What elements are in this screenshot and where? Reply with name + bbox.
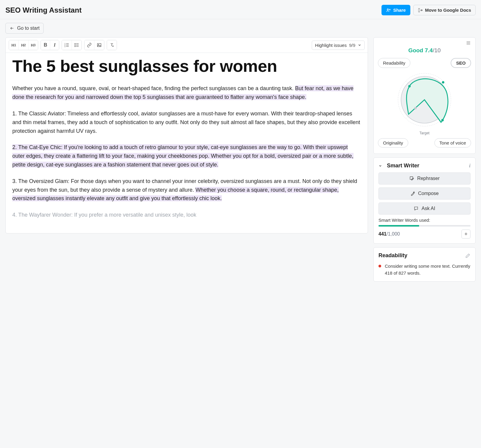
smart-writer-panel: Smart Writer i Rephraser Compose Ask A	[373, 157, 476, 244]
highlighted-text: 2. The Cat-Eye Chic: If you're looking t…	[12, 144, 354, 168]
readability-pill[interactable]: Readability	[378, 58, 410, 68]
svg-point-11	[75, 45, 75, 45]
add-words-button[interactable]: +	[461, 230, 470, 239]
chevron-down-icon	[358, 43, 361, 47]
share-button[interactable]: Share	[381, 5, 410, 15]
svg-rect-32	[410, 177, 413, 179]
italic-button[interactable]: I	[50, 40, 59, 50]
svg-point-28	[408, 85, 411, 87]
heading-3-button[interactable]: H3	[28, 40, 38, 50]
svg-point-12	[75, 46, 75, 47]
svg-point-29	[442, 81, 444, 84]
bold-button[interactable]: B	[41, 40, 50, 50]
ask-ai-button[interactable]: Ask AI	[378, 203, 470, 215]
radar-chart	[378, 70, 471, 132]
edit-icon	[409, 176, 414, 181]
readability-panel: Readability Consider writing some more t…	[373, 247, 476, 282]
usage-value: 441/1,000	[378, 231, 400, 237]
paragraph-1: Whether you have a round, square, oval, …	[12, 84, 361, 102]
document-title: The 5 best sunglasses for women	[12, 57, 361, 75]
back-label: Go to start	[17, 26, 40, 31]
readability-issue: Consider writing some more text. Current…	[378, 263, 470, 276]
export-icon	[418, 8, 423, 13]
arrow-left-icon	[9, 26, 15, 30]
overall-score: Good 7.4/10	[378, 47, 471, 54]
heading-1-button[interactable]: H1	[9, 40, 18, 50]
originality-pill[interactable]: Originality	[378, 138, 408, 148]
smart-writer-title: Smart Writer	[387, 163, 466, 169]
usage-progress	[378, 225, 470, 227]
compose-button[interactable]: Compose	[378, 187, 470, 200]
svg-point-31	[414, 107, 417, 109]
link-button[interactable]	[84, 40, 94, 50]
image-button[interactable]	[94, 40, 104, 50]
share-icon	[386, 8, 391, 13]
header-actions: Share Move to Google Docs	[381, 5, 476, 15]
seo-pill[interactable]: SEO	[451, 58, 471, 68]
menu-icon[interactable]	[466, 41, 471, 45]
editor-card: H1 H2 H3 B I 123	[5, 37, 368, 233]
paragraph-2: 1. The Classic Aviator: Timeless and eff…	[12, 109, 361, 135]
usage-label: Smart Writer Words used:	[378, 218, 470, 223]
go-to-start-button[interactable]: Go to start	[5, 23, 44, 34]
svg-point-10	[75, 43, 75, 44]
highlight-count: 9/9	[349, 43, 355, 48]
heading-2-button[interactable]: H2	[18, 40, 28, 50]
info-icon[interactable]: i	[469, 163, 470, 169]
rephraser-button[interactable]: Rephraser	[378, 172, 470, 184]
pencil-icon[interactable]	[465, 253, 470, 258]
page-title: SEO Writing Assistant	[5, 6, 81, 14]
readability-title: Readability	[378, 252, 407, 259]
svg-rect-16	[97, 44, 101, 47]
chat-icon	[414, 206, 418, 211]
paragraph-3: 2. The Cat-Eye Chic: If you're looking t…	[12, 143, 361, 169]
highlight-label: Highlight issues	[315, 43, 347, 48]
paragraph-5: 4. The Wayfarer Wonder: If you prefer a …	[12, 211, 361, 219]
share-label: Share	[393, 8, 406, 13]
numbered-list-button[interactable]: 123	[62, 40, 72, 50]
svg-point-30	[441, 119, 444, 121]
svg-text:3: 3	[65, 46, 66, 47]
highlight-issues-dropdown[interactable]: Highlight issues 9/9	[312, 41, 365, 50]
score-card: Good 7.4/10 Readability SEO	[373, 37, 476, 154]
bullet-list-button[interactable]	[72, 40, 81, 50]
clear-formatting-button[interactable]	[107, 40, 117, 50]
magic-icon	[410, 191, 415, 196]
move-to-docs-button[interactable]: Move to Google Docs	[413, 5, 476, 15]
svg-rect-3	[418, 8, 420, 12]
chevron-down-icon[interactable]	[378, 164, 384, 168]
editor-toolbar: H1 H2 H3 B I 123	[6, 38, 368, 53]
move-label: Move to Google Docs	[425, 8, 471, 13]
paragraph-4: 3. The Oversized Glam: For those days wh…	[12, 177, 361, 203]
svg-point-0	[387, 9, 388, 10]
tone-pill[interactable]: Tone of voice	[434, 138, 471, 148]
status-dot-red	[378, 265, 381, 267]
editor-body[interactable]: The 5 best sunglasses for women Whether …	[6, 53, 368, 233]
